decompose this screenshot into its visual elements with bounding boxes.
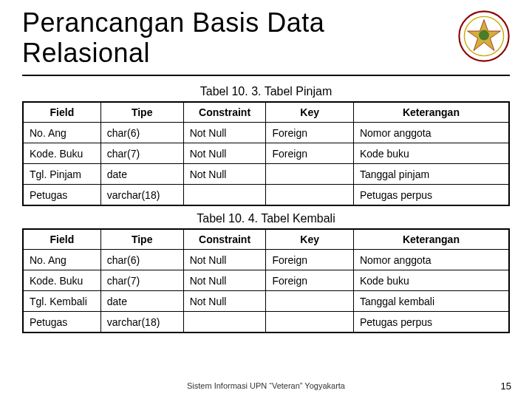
col-field: Field xyxy=(23,102,100,123)
cell-key xyxy=(266,185,353,205)
cell-ket: Nomor anggota xyxy=(353,250,509,270)
cell-ket: Kode buku xyxy=(353,270,509,291)
footer-text: Sistem Informasi UPN “Veteran” Yogyakart… xyxy=(0,381,532,390)
cell-key xyxy=(266,291,353,312)
table-row: No. Ang char(6) Not Null Foreign Nomor a… xyxy=(23,250,509,270)
cell-field: Kode. Buku xyxy=(23,143,100,164)
col-keterangan: Keterangan xyxy=(353,229,509,250)
cell-field: No. Ang xyxy=(23,250,100,270)
table-header-row: Field Tipe Constraint Key Keterangan xyxy=(23,229,509,250)
table-row: No. Ang char(6) Not Null Foreign Nomor a… xyxy=(23,123,509,143)
cell-constraint xyxy=(183,185,266,205)
cell-field: Tgl. Kembali xyxy=(23,291,100,312)
table-row: Kode. Buku char(7) Not Null Foreign Kode… xyxy=(23,270,509,291)
table-row: Tgl. Pinjam date Not Null Tanggal pinjam xyxy=(23,164,509,185)
cell-constraint xyxy=(183,312,266,332)
cell-key xyxy=(266,164,353,185)
col-field: Field xyxy=(23,229,100,250)
cell-ket: Petugas perpus xyxy=(353,185,509,205)
cell-constraint: Not Null xyxy=(183,291,266,312)
cell-constraint: Not Null xyxy=(183,143,266,164)
cell-tipe: char(6) xyxy=(100,123,183,143)
col-key: Key xyxy=(266,102,353,123)
page-number: 15 xyxy=(501,381,511,392)
cell-field: Petugas xyxy=(23,312,100,332)
table-row: Tgl. Kembali date Not Null Tanggal kemba… xyxy=(23,291,509,312)
table-row: Petugas varchar(18) Petugas perpus xyxy=(23,312,509,332)
cell-ket: Petugas perpus xyxy=(353,312,509,332)
cell-key xyxy=(266,312,353,332)
cell-constraint: Not Null xyxy=(183,250,266,270)
col-keterangan: Keterangan xyxy=(353,102,509,123)
col-tipe: Tipe xyxy=(100,102,183,123)
table-kembali: Field Tipe Constraint Key Keterangan No.… xyxy=(22,228,510,333)
cell-tipe: char(7) xyxy=(100,270,183,291)
slide: Perancangan Basis Data Relasional Tabel … xyxy=(0,0,532,333)
cell-constraint: Not Null xyxy=(183,164,266,185)
cell-ket: Tanggal kembali xyxy=(353,291,509,312)
table1-caption: Tabel 10. 3. Tabel Pinjam xyxy=(22,85,510,98)
table-pinjam: Field Tipe Constraint Key Keterangan No.… xyxy=(22,101,510,206)
cell-tipe: char(7) xyxy=(100,143,183,164)
cell-ket: Kode buku xyxy=(353,143,509,164)
cell-constraint: Not Null xyxy=(183,270,266,291)
cell-tipe: char(6) xyxy=(100,250,183,270)
cell-key: Foreign xyxy=(266,250,353,270)
cell-field: Petugas xyxy=(23,185,100,205)
col-constraint: Constraint xyxy=(183,229,266,250)
col-key: Key xyxy=(266,229,353,250)
cell-ket: Nomor anggota xyxy=(353,123,509,143)
table-header-row: Field Tipe Constraint Key Keterangan xyxy=(23,102,509,123)
cell-tipe: varchar(18) xyxy=(100,185,183,205)
col-constraint: Constraint xyxy=(183,102,266,123)
upn-logo-icon xyxy=(458,10,510,62)
cell-key: Foreign xyxy=(266,123,353,143)
cell-key: Foreign xyxy=(266,143,353,164)
cell-tipe: date xyxy=(100,164,183,185)
header: Perancangan Basis Data Relasional xyxy=(22,7,510,76)
cell-field: No. Ang xyxy=(23,123,100,143)
table-row: Kode. Buku char(7) Not Null Foreign Kode… xyxy=(23,143,509,164)
cell-key: Foreign xyxy=(266,270,353,291)
cell-field: Kode. Buku xyxy=(23,270,100,291)
cell-constraint: Not Null xyxy=(183,123,266,143)
col-tipe: Tipe xyxy=(100,229,183,250)
cell-ket: Tanggal pinjam xyxy=(353,164,509,185)
table-row: Petugas varchar(18) Petugas perpus xyxy=(23,185,509,205)
page-title: Perancangan Basis Data Relasional xyxy=(22,7,421,69)
cell-tipe: varchar(18) xyxy=(100,312,183,332)
cell-field: Tgl. Pinjam xyxy=(23,164,100,185)
svg-point-3 xyxy=(479,30,489,41)
cell-tipe: date xyxy=(100,291,183,312)
table2-caption: Tabel 10. 4. Tabel Kembali xyxy=(22,212,510,225)
